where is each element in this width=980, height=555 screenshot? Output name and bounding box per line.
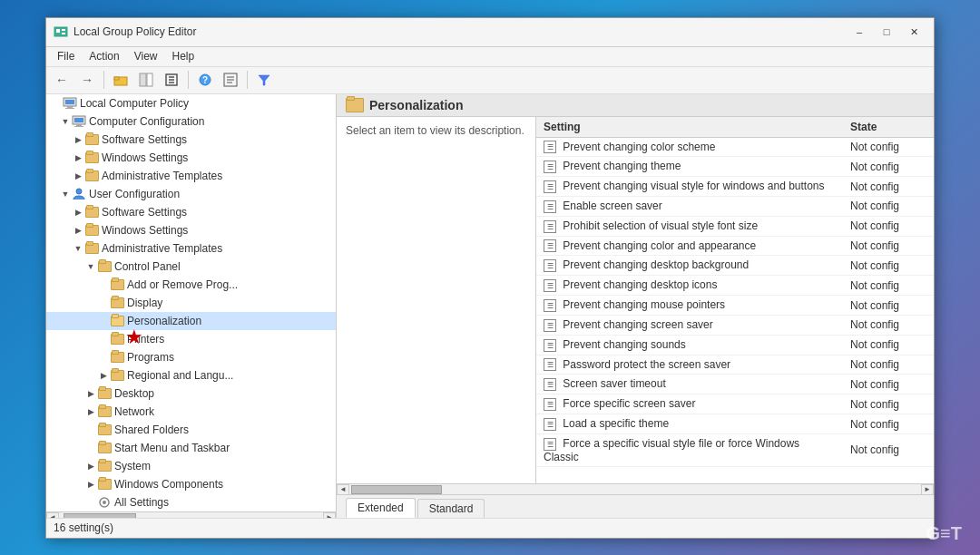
svg-point-27 bbox=[76, 189, 82, 194]
expand-icon bbox=[97, 351, 110, 364]
expand-admin-templates-2[interactable]: ▼ bbox=[72, 242, 84, 255]
setting-state: Not config bbox=[843, 296, 934, 316]
tree-item-regional-lang[interactable]: ▶ Regional and Langu... bbox=[46, 366, 336, 385]
content-title: Personalization bbox=[369, 98, 463, 112]
tree-item-printers[interactable]: Printers bbox=[46, 330, 336, 348]
menu-action[interactable]: Action bbox=[82, 48, 126, 64]
expand-icon[interactable]: ▶ bbox=[84, 387, 97, 400]
properties-button[interactable] bbox=[219, 69, 242, 91]
filter-button[interactable] bbox=[252, 69, 276, 91]
folder-icon bbox=[84, 132, 99, 147]
tree-item-admin-templates-1[interactable]: ▶ Administrative Templates bbox=[46, 167, 336, 185]
folder-icon bbox=[97, 441, 112, 455]
table-row[interactable]: ☰ Prevent changing theme Not config bbox=[536, 157, 934, 177]
table-row[interactable]: ☰ Prohibit selection of visual style fon… bbox=[536, 216, 934, 236]
svg-rect-3 bbox=[62, 33, 65, 34]
back-button[interactable]: ← bbox=[50, 69, 74, 91]
tree-item-computer-config[interactable]: ▼ Computer Configuration bbox=[46, 112, 336, 131]
tree-label: Personalization bbox=[127, 315, 201, 327]
expand-icon[interactable]: ▶ bbox=[72, 170, 84, 182]
tree-item-programs[interactable]: Programs bbox=[46, 348, 336, 366]
tree-item-system[interactable]: ▶ System bbox=[46, 457, 336, 475]
table-row[interactable]: ☰ Load a specific theme Not config bbox=[536, 414, 934, 434]
tree-item-software-settings-1[interactable]: ▶ Software Settings bbox=[46, 131, 336, 149]
table-row[interactable]: ☰ Prevent changing desktop background No… bbox=[536, 256, 934, 276]
column-setting[interactable]: Setting bbox=[536, 117, 843, 138]
tree-item-network[interactable]: ▶ Network bbox=[46, 403, 336, 421]
forward-button[interactable]: → bbox=[75, 69, 99, 91]
tree-item-control-panel[interactable]: ▼ Control Panel bbox=[46, 258, 336, 276]
scroll-left-btn[interactable]: ◄ bbox=[46, 512, 59, 518]
table-row[interactable]: ☰ Prevent changing sounds Not config bbox=[536, 335, 934, 355]
table-row[interactable]: ☰ Prevent changing screen saver Not conf… bbox=[536, 315, 934, 335]
tree-item-software-settings-2[interactable]: ▶ Software Settings bbox=[46, 203, 336, 221]
settings-hscrollbar[interactable]: ◄ ► bbox=[337, 483, 934, 494]
settings-pane[interactable]: Setting State ☰ Prevent changing color s… bbox=[536, 117, 934, 483]
expand-icon[interactable]: ▶ bbox=[97, 369, 110, 382]
expand-icon bbox=[84, 442, 97, 454]
table-row[interactable]: ☰ Password protect the screen saver Not … bbox=[536, 355, 934, 375]
close-button[interactable]: ✕ bbox=[901, 23, 926, 41]
up-button[interactable] bbox=[109, 69, 132, 91]
setting-name: Prevent changing visual style for window… bbox=[563, 180, 824, 192]
menu-view[interactable]: View bbox=[127, 48, 165, 64]
tree-item-admin-templates-2[interactable]: ▼ Administrative Templates bbox=[46, 239, 336, 258]
expand-icon[interactable]: ▶ bbox=[72, 224, 84, 237]
menu-file[interactable]: File bbox=[50, 48, 82, 64]
setting-state: Not config bbox=[843, 216, 934, 236]
tree-item-windows-components[interactable]: ▶ Windows Components bbox=[46, 475, 336, 493]
tree-item-start-menu[interactable]: Start Menu and Taskbar bbox=[46, 439, 336, 457]
maximize-button[interactable]: □ bbox=[874, 23, 899, 41]
sidebar-hscrollbar[interactable]: ◄ ► bbox=[46, 511, 336, 518]
minimize-button[interactable]: – bbox=[847, 23, 872, 41]
table-row[interactable]: ☰ Prevent changing color scheme Not conf… bbox=[536, 137, 934, 157]
table-row[interactable]: ☰ Force specific screen saver Not config bbox=[536, 394, 934, 414]
tree-item-desktop[interactable]: ▶ Desktop bbox=[46, 385, 336, 403]
help-button[interactable]: ? bbox=[193, 69, 217, 91]
table-row[interactable]: ☰ Enable screen saver Not config bbox=[536, 196, 934, 216]
tree-item-shared-folders[interactable]: Shared Folders bbox=[46, 421, 336, 439]
expand-icon[interactable]: ▶ bbox=[72, 151, 84, 164]
export-button[interactable] bbox=[160, 69, 183, 91]
setting-state: Not config bbox=[843, 433, 934, 466]
tree-item-all-settings[interactable]: All Settings bbox=[46, 493, 336, 511]
table-row[interactable]: ☰ Prevent changing mouse pointers Not co… bbox=[536, 296, 934, 316]
column-state[interactable]: State bbox=[843, 117, 934, 138]
expand-user-config[interactable]: ▼ bbox=[59, 188, 72, 200]
folder-icon bbox=[110, 296, 124, 310]
expand-icon[interactable]: ▶ bbox=[84, 478, 97, 491]
tree-item-local-computer-policy[interactable]: Local Computer Policy bbox=[46, 94, 336, 112]
table-row[interactable]: ☰ Screen saver timeout Not config bbox=[536, 375, 934, 394]
tree-item-add-remove[interactable]: Add or Remove Prog... bbox=[46, 276, 336, 294]
table-row[interactable]: ☰ Prevent changing color and appearance … bbox=[536, 236, 934, 256]
setting-name: Prevent changing color and appearance bbox=[563, 239, 756, 252]
scroll-thumb[interactable] bbox=[64, 513, 136, 518]
tab-extended[interactable]: Extended bbox=[346, 498, 416, 518]
expand-control-panel[interactable]: ▼ bbox=[84, 260, 97, 273]
tree-label: Windows Components bbox=[114, 478, 223, 491]
tree-item-personalization[interactable]: Personalization bbox=[46, 312, 336, 330]
settings-scroll-thumb[interactable] bbox=[351, 485, 442, 494]
setting-icon: ☰ bbox=[544, 438, 556, 451]
tab-standard[interactable]: Standard bbox=[417, 499, 485, 518]
folder-icon bbox=[97, 404, 112, 419]
tree-item-windows-settings-1[interactable]: ▶ Windows Settings bbox=[46, 149, 336, 167]
tree-label: Display bbox=[127, 297, 162, 309]
tree-item-display[interactable]: Display bbox=[46, 294, 336, 312]
expand-icon[interactable]: ▶ bbox=[72, 206, 84, 219]
expand-computer-config[interactable]: ▼ bbox=[59, 115, 72, 128]
expand-icon[interactable]: ▶ bbox=[84, 405, 97, 418]
menu-help[interactable]: Help bbox=[165, 48, 202, 64]
toolbar-separator-2 bbox=[188, 71, 189, 89]
expand-icon[interactable]: ▶ bbox=[72, 133, 84, 146]
tree-item-user-config[interactable]: ▼ User Configuration bbox=[46, 185, 336, 203]
table-row[interactable]: ☰ Force a specific visual style file or … bbox=[536, 433, 934, 466]
table-row[interactable]: ☰ Prevent changing visual style for wind… bbox=[536, 177, 934, 197]
scroll-right-btn[interactable]: ► bbox=[323, 512, 336, 518]
tree-label: Local Computer Policy bbox=[80, 97, 189, 110]
expand-icon[interactable]: ▶ bbox=[84, 460, 97, 472]
show-hide-button[interactable] bbox=[134, 69, 158, 91]
table-row[interactable]: ☰ Prevent changing desktop icons Not con… bbox=[536, 276, 934, 296]
tree-item-windows-settings-2[interactable]: ▶ Windows Settings bbox=[46, 221, 336, 239]
sidebar-tree[interactable]: Local Computer Policy ▼ Computer Configu… bbox=[46, 94, 337, 511]
